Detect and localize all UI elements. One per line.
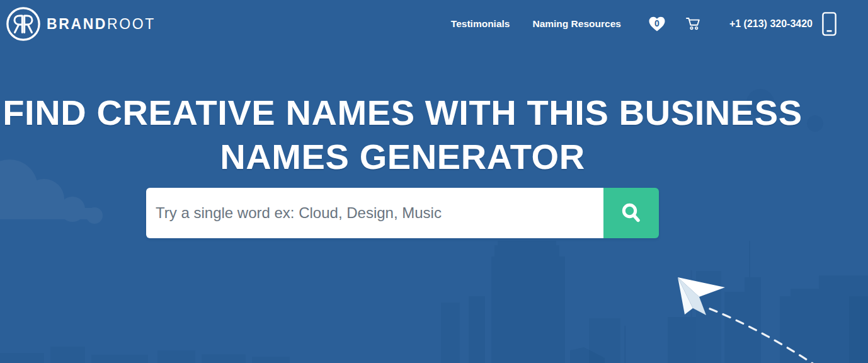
heart-icon: 0: [648, 15, 666, 33]
nav-link-naming-resources[interactable]: Naming Resources: [532, 18, 620, 30]
header: BRANDROOT Testimonials Naming Resources …: [0, 0, 868, 48]
nav-link-testimonials[interactable]: Testimonials: [451, 18, 510, 30]
hero-title: FIND CREATIVE NAMES WITH THIS BUSINESS N…: [0, 91, 805, 179]
city-skyline-near: [469, 241, 868, 363]
br-monogram-icon: [5, 6, 42, 42]
favorites-count-badge: 0: [654, 18, 660, 28]
name-search-bar: [146, 188, 659, 238]
search-button[interactable]: [603, 188, 659, 238]
hero-section: FIND CREATIVE NAMES WITH THIS BUSINESS N…: [0, 48, 805, 238]
brand-wordmark: BRANDROOT: [47, 16, 156, 33]
hero-title-line1: FIND CREATIVE NAMES WITH THIS BUSINESS: [0, 91, 805, 135]
cart-button[interactable]: [685, 16, 702, 33]
brand-wordmark-light: ROOT: [107, 16, 156, 32]
search-icon: [619, 201, 643, 225]
mobile-phone-icon: [822, 12, 837, 36]
search-input[interactable]: [146, 188, 603, 238]
hero-title-line2: NAMES GENERATOR: [0, 135, 805, 179]
brand-wordmark-bold: BRAND: [47, 16, 107, 32]
favorites-button[interactable]: 0: [648, 15, 666, 33]
cart-icon: [685, 16, 702, 33]
brand-logo[interactable]: BRANDROOT: [5, 6, 156, 42]
call-button[interactable]: [822, 12, 837, 36]
phone-number[interactable]: +1 (213) 320-3420: [729, 18, 813, 30]
